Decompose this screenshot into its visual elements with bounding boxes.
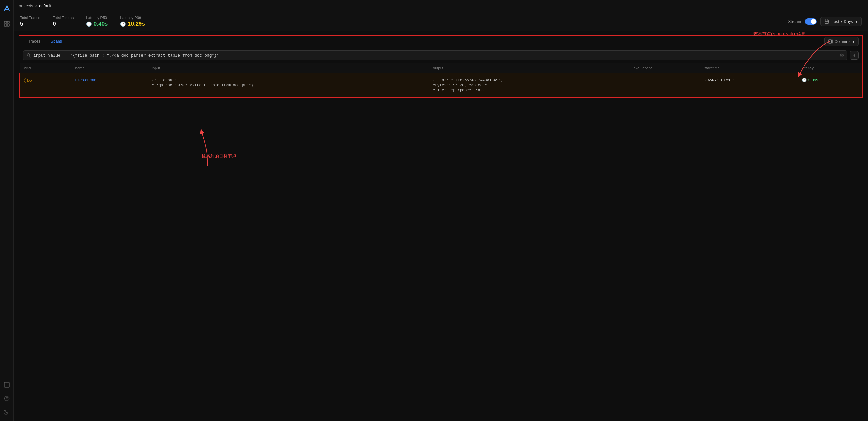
page-container: Traces Spans Columns ▾ [14, 31, 868, 421]
col-start-time: start time [700, 64, 797, 73]
cell-name: Files-create [71, 73, 147, 97]
github-icon[interactable] [2, 394, 11, 403]
tab-traces[interactable]: Traces [23, 36, 45, 47]
input-value: {"file_path":"./qa_doc_parser_extract_ta… [152, 78, 253, 88]
stream-toggle[interactable] [805, 19, 817, 25]
toggle-knob [811, 19, 816, 24]
sidebar [0, 0, 14, 421]
spans-panel: Traces Spans Columns ▾ [19, 35, 863, 98]
kind-tag: tool [24, 77, 35, 83]
total-traces-stat: Total Traces 5 [20, 15, 40, 27]
terminal-icon[interactable] [2, 380, 11, 389]
grid-icon[interactable] [2, 20, 11, 28]
bottom-annotation-arrow [177, 125, 239, 175]
svg-rect-4 [4, 382, 9, 387]
spans-table: kind name input output evaluations start… [20, 64, 862, 97]
date-picker-button[interactable]: Last 7 Days ▾ [820, 17, 862, 26]
cell-start-time: 2024/7/11 15:09 [700, 73, 797, 97]
col-input: input [147, 64, 428, 73]
svg-point-5 [4, 396, 9, 401]
total-tokens-value: 0 [53, 21, 74, 27]
svg-point-6 [6, 397, 7, 398]
search-input[interactable] [33, 53, 837, 58]
cell-output: { "id": "file-567481744081349","bytes": … [428, 73, 629, 97]
latency-p99-clock-icon: 🕐 [120, 21, 126, 27]
add-filter-button[interactable]: + [850, 51, 859, 60]
search-row: ⊗ + [20, 47, 862, 64]
tabs: Traces Spans [20, 36, 71, 47]
svg-rect-0 [4, 21, 7, 24]
search-container: ⊗ [23, 51, 847, 60]
bottom-annotation-text: 检索到的目标节点 [202, 153, 237, 159]
total-traces-label: Total Traces [20, 15, 40, 20]
svg-rect-10 [832, 40, 832, 43]
col-kind: kind [20, 64, 71, 73]
breadcrumb: projects > default [19, 3, 51, 8]
tab-spans[interactable]: Spans [45, 36, 67, 47]
breadcrumb-current: default [39, 3, 51, 8]
calendar-icon [825, 20, 829, 24]
cell-evaluations [629, 73, 700, 97]
breadcrumb-projects[interactable]: projects [19, 3, 33, 8]
svg-point-11 [27, 54, 30, 56]
moon-icon[interactable] [2, 408, 11, 417]
svg-rect-8 [829, 40, 830, 43]
col-output: output [428, 64, 629, 73]
cell-latency: 🕐 0.96s [797, 73, 862, 97]
date-picker-label: Last 7 Days [831, 19, 853, 24]
col-name: name [71, 64, 147, 73]
breadcrumb-separator: > [35, 3, 37, 8]
columns-chevron: ▾ [852, 39, 855, 44]
cell-input: {"file_path":"./qa_doc_parser_extract_ta… [147, 73, 428, 97]
total-traces-value: 5 [20, 21, 40, 27]
table-row[interactable]: tool Files-create {"file_path":"./qa_doc… [20, 73, 862, 97]
latency-p50-label: Latency P50 [86, 15, 107, 20]
stream-label: Stream [788, 19, 801, 24]
latency-p99-label: Latency P99 [120, 15, 145, 20]
stream-area: Stream Last 7 Days ▾ [788, 17, 862, 26]
svg-rect-1 [7, 21, 9, 24]
table-header-row: kind name input output evaluations start… [20, 64, 862, 73]
search-icon [27, 53, 31, 58]
latency-p50-value: 0.40s [94, 21, 107, 27]
topbar: projects > default [14, 0, 868, 12]
svg-rect-2 [4, 24, 7, 26]
cell-kind: tool [20, 73, 71, 97]
columns-label: Columns [835, 39, 850, 44]
col-latency: latency [797, 64, 862, 73]
span-name-link[interactable]: Files-create [75, 77, 96, 82]
latency-p99-stat: Latency P99 🕐 10.29s [120, 15, 145, 27]
col-evaluations: evaluations [629, 64, 700, 73]
total-tokens-stat: Total Tokens 0 [53, 15, 74, 27]
columns-button[interactable]: Columns ▾ [824, 37, 859, 46]
search-clear-button[interactable]: ⊗ [840, 53, 844, 58]
stats-bar: Total Traces 5 Total Tokens 0 Latency P5… [14, 12, 868, 31]
total-tokens-label: Total Tokens [53, 15, 74, 20]
latency-p50-clock-icon: 🕐 [86, 21, 92, 27]
latency-p99-value: 10.29s [128, 21, 145, 27]
latency-clock-icon: 🕐 [802, 77, 807, 82]
main-content: projects > default Total Traces 5 Total … [14, 0, 868, 421]
tabs-row: Traces Spans Columns ▾ [20, 36, 862, 47]
svg-rect-7 [825, 20, 829, 24]
latency-p50-stat: Latency P50 🕐 0.40s [86, 15, 107, 27]
latency-value: 0.96s [808, 77, 818, 82]
svg-rect-9 [830, 40, 831, 43]
output-value: { "id": "file-567481744081349","bytes": … [433, 78, 502, 93]
columns-icon [828, 39, 833, 44]
svg-rect-3 [7, 24, 9, 26]
app-logo [2, 3, 12, 13]
date-picker-chevron: ▾ [856, 19, 858, 24]
